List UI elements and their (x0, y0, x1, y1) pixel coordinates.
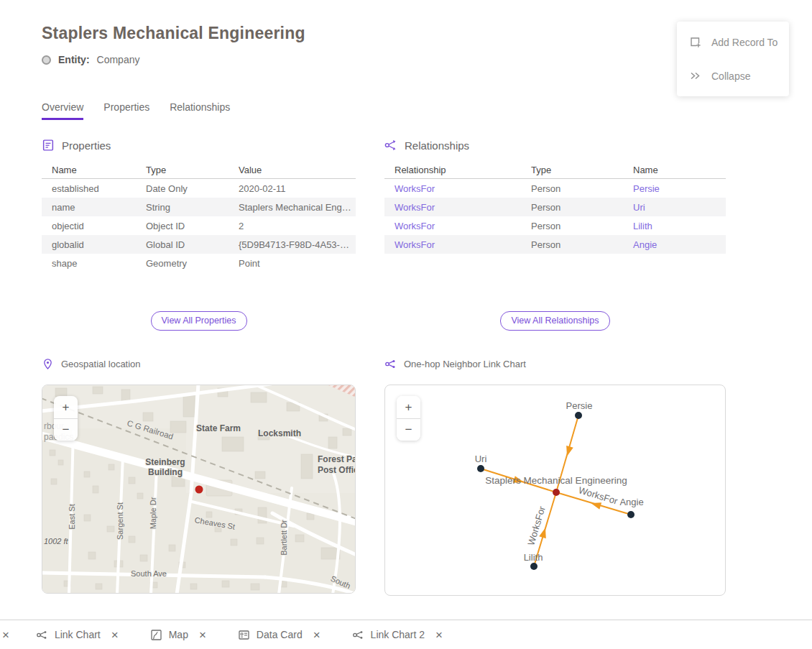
map-location-marker[interactable] (195, 486, 203, 494)
data-card-icon (238, 629, 250, 641)
map-label-east-st: East St (68, 504, 76, 529)
context-menu: Add Record To Collapse (677, 22, 789, 96)
map-canvas[interactable] (42, 385, 356, 594)
workspace-tab-bar: × Link Chart × Map × Data Card × (0, 620, 812, 649)
property-type: Object ID (136, 221, 229, 231)
table-row: established Date Only 2020-02-11 (42, 179, 356, 198)
relationship-type: Person (521, 221, 623, 231)
zoom-in-button[interactable]: + (397, 396, 420, 418)
related-entity-link[interactable]: Uri (623, 202, 726, 213)
link-chart-card: WorksFor WorksFor Persie Uri Angie Lilit… (384, 385, 726, 596)
col-header: Relationship (384, 165, 521, 175)
workspace-tab-link-chart[interactable]: Link Chart × (36, 629, 119, 641)
relationship-link[interactable]: WorksFor (384, 221, 521, 231)
node-lilith[interactable] (530, 563, 538, 570)
col-header: Type (136, 165, 229, 175)
table-row: name String Staplers Mechanical Eng… (42, 198, 356, 216)
view-all-properties-button[interactable]: View All Properties (151, 311, 247, 331)
node-persie[interactable] (575, 412, 582, 419)
relationship-type: Person (521, 239, 623, 250)
property-name: name (42, 202, 136, 213)
map-label-state-farm: State Farm (196, 423, 241, 433)
zoom-in-button[interactable]: + (54, 396, 78, 418)
map-label-locksmith: Locksmith (258, 428, 301, 438)
property-type: Global ID (136, 239, 229, 250)
edge-label-worksfor: WorksFor (525, 505, 548, 547)
tab-bar: Overview Properties Relationships (42, 101, 812, 120)
properties-table: Name Type Value established Date Only 20… (42, 162, 356, 272)
workspace-tab-label: Data Card (257, 629, 303, 640)
property-value: 2 (229, 221, 356, 231)
property-type: Geometry (136, 258, 229, 269)
table-row: objectid Object ID 2 (42, 216, 356, 235)
property-value: {5D9B4713-F98D-4A53-… (229, 239, 356, 250)
relationship-link[interactable]: WorksFor (384, 202, 521, 213)
add-record-icon (689, 36, 701, 48)
entity-dot-icon (42, 55, 51, 65)
map-label-bartlett-dr: Bartlett Dr (280, 520, 288, 556)
property-name: objectid (42, 221, 136, 231)
zoom-out-button[interactable]: − (54, 418, 78, 441)
map-label-sargent-st: Sargent St (116, 502, 124, 540)
properties-section: Properties Name Type Value established D… (42, 139, 356, 272)
related-entity-link[interactable]: Persie (623, 183, 726, 194)
property-value: Staplers Mechanical Eng… (229, 202, 356, 213)
col-header: Value (229, 165, 356, 175)
workspace-tab-label: Link Chart (55, 629, 101, 640)
tab-relationships[interactable]: Relationships (170, 101, 230, 120)
related-entity-link[interactable]: Angie (623, 239, 726, 250)
close-icon[interactable]: × (2, 629, 9, 641)
workspace-tab-label: Map (169, 629, 188, 640)
link-chart-icon (352, 629, 364, 641)
node-label-angie: Angie (619, 497, 643, 507)
node-label-persie: Persie (566, 400, 593, 411)
menu-item-label: Add Record To (711, 37, 778, 48)
close-icon[interactable]: × (435, 629, 443, 641)
node-label-lilith: Lilith (524, 552, 543, 563)
table-row: WorksFor Person Uri (384, 198, 726, 216)
property-value: 2020-02-11 (229, 183, 356, 194)
close-icon[interactable]: × (313, 629, 320, 641)
node-angie[interactable] (627, 511, 635, 518)
relationship-type: Person (521, 202, 623, 213)
map-card: rbour paedics C G Railroad State Farm Lo… (42, 385, 356, 594)
zoom-out-button[interactable]: − (397, 418, 420, 441)
map-zoom-control: + − (54, 396, 78, 441)
tab-overview[interactable]: Overview (42, 101, 83, 120)
col-header: Name (623, 165, 726, 175)
relationship-link[interactable]: WorksFor (384, 183, 521, 194)
property-name: shape (42, 258, 136, 269)
geospatial-title: Geospatial location (61, 359, 141, 369)
table-row: globalid Global ID {5D9B4713-F98D-4A53-… (42, 235, 356, 254)
map-label-forest-park: Forest Par Post Offic (318, 454, 356, 476)
property-name: globalid (42, 239, 136, 250)
menu-item-add-record-to[interactable]: Add Record To (677, 25, 789, 59)
relationship-link[interactable]: WorksFor (384, 239, 521, 250)
property-type: String (136, 202, 229, 213)
properties-icon (42, 139, 55, 152)
link-chart-icon (384, 358, 397, 370)
col-header: Name (42, 165, 136, 175)
menu-item-collapse[interactable]: Collapse (677, 59, 789, 93)
related-entity-link[interactable]: Lilith (623, 221, 726, 231)
tab-properties[interactable]: Properties (103, 101, 149, 120)
entity-type: Company (97, 54, 140, 65)
node-center[interactable] (553, 489, 560, 496)
relationships-table: Relationship Type Name WorksFor Person P… (384, 162, 726, 254)
node-label-center: Staplers Mechanical Engineering (485, 475, 627, 486)
table-row: WorksFor Person Persie (384, 179, 726, 198)
workspace-tab-map[interactable]: Map × (150, 629, 206, 641)
relationships-section: Relationships Relationship Type Name Wor… (384, 139, 726, 272)
linkchart-title: One-hop Neighbor Link Chart (404, 359, 526, 369)
property-type: Date Only (136, 183, 229, 194)
workspace-tab-link-chart-2[interactable]: Link Chart 2 × (352, 629, 443, 641)
close-icon[interactable]: × (199, 629, 206, 641)
link-chart-icon (36, 629, 48, 641)
link-chart-canvas[interactable]: WorksFor WorksFor Persie Uri Angie Lilit… (385, 385, 725, 595)
workspace-tab-data-card[interactable]: Data Card × (238, 629, 320, 641)
node-uri[interactable] (477, 465, 484, 472)
map-icon (150, 629, 162, 641)
view-all-relationships-button[interactable]: View All Relationships (500, 311, 609, 331)
close-icon[interactable]: × (111, 629, 119, 641)
map-label-south-ave: South Ave (131, 569, 167, 578)
